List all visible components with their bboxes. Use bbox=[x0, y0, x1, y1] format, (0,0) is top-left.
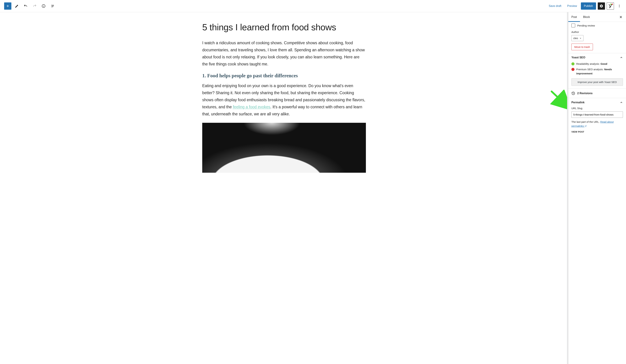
external-link-icon bbox=[585, 125, 587, 127]
svg-point-8 bbox=[619, 7, 620, 7]
frown-icon bbox=[571, 68, 575, 71]
feeling-link[interactable]: feeling a food evokes bbox=[233, 105, 270, 109]
intro-paragraph[interactable]: I watch a ridiculous amount of cooking s… bbox=[202, 39, 366, 68]
undo-icon bbox=[24, 4, 28, 8]
tab-block[interactable]: Block bbox=[580, 12, 593, 22]
svg-point-7 bbox=[619, 6, 620, 6]
history-icon bbox=[571, 91, 575, 95]
smile-icon bbox=[571, 62, 575, 66]
more-options-button[interactable] bbox=[616, 2, 623, 10]
readability-row: Readability analysis: Good bbox=[576, 62, 607, 66]
permalink-panel-toggle[interactable]: Permalink bbox=[571, 101, 623, 104]
post-title[interactable]: 5 things I learned from food shows bbox=[202, 22, 366, 33]
revisions-label: 2 Revisions bbox=[577, 92, 592, 95]
author-label: Author bbox=[571, 31, 623, 34]
editor-scrollbar[interactable] bbox=[567, 12, 568, 364]
chevron-down-icon bbox=[580, 37, 582, 39]
pending-review-checkbox[interactable] bbox=[571, 24, 575, 27]
outline-list-button[interactable] bbox=[49, 2, 56, 10]
kebab-icon bbox=[618, 4, 621, 8]
tab-post[interactable]: Post bbox=[568, 12, 580, 22]
redo-button[interactable] bbox=[31, 2, 38, 10]
improve-post-button[interactable]: Improve your post with Yoast SEO bbox=[571, 78, 623, 86]
undo-button[interactable] bbox=[22, 2, 29, 10]
plus-icon bbox=[6, 4, 10, 8]
featured-image[interactable] bbox=[202, 123, 366, 173]
svg-point-2 bbox=[43, 5, 44, 5]
permalink-title: Permalink bbox=[571, 101, 585, 104]
preview-button[interactable]: Preview bbox=[565, 3, 579, 9]
save-draft-button[interactable]: Save draft bbox=[547, 3, 563, 9]
redo-icon bbox=[33, 4, 37, 8]
close-sidebar-button[interactable] bbox=[617, 14, 624, 21]
info-button[interactable] bbox=[40, 2, 47, 10]
list-outline-icon bbox=[50, 4, 55, 8]
yoast-panel-toggle[interactable]: Yoast SEO bbox=[571, 56, 623, 59]
settings-sidebar: Post Block Pending review Author cleo Mo… bbox=[568, 12, 626, 364]
publish-button[interactable]: Publish bbox=[581, 2, 596, 10]
author-select[interactable]: cleo bbox=[571, 35, 584, 41]
chevron-up-icon bbox=[620, 56, 623, 59]
yoast-panel-title: Yoast SEO bbox=[571, 56, 585, 59]
chevron-up-icon bbox=[620, 101, 623, 104]
svg-point-6 bbox=[619, 5, 620, 5]
heading-1[interactable]: 1. Food helps people go past their diffe… bbox=[202, 73, 366, 78]
gear-icon bbox=[599, 4, 603, 8]
edit-mode-button[interactable] bbox=[13, 2, 20, 10]
pencil-icon bbox=[15, 4, 19, 8]
move-to-trash-button[interactable]: Move to trash bbox=[571, 43, 593, 50]
close-icon bbox=[619, 15, 622, 19]
editor-canvas[interactable]: 5 things I learned from food shows I wat… bbox=[0, 12, 568, 364]
info-icon bbox=[41, 4, 46, 8]
yoast-plugin-button[interactable] bbox=[607, 2, 614, 10]
premium-seo-row: Premium SEO analysis: Needs improvement bbox=[576, 67, 623, 75]
url-slug-label: URL Slug bbox=[571, 107, 623, 110]
author-value: cleo bbox=[573, 37, 578, 39]
add-block-button[interactable] bbox=[4, 2, 11, 10]
revisions-button[interactable]: 2 Revisions bbox=[571, 91, 623, 95]
url-slug-input[interactable] bbox=[571, 111, 623, 118]
permalink-description: The last part of the URL. Read about per… bbox=[571, 120, 623, 128]
view-post-link[interactable]: VIEW POST bbox=[571, 131, 623, 133]
settings-toggle-button[interactable] bbox=[598, 2, 605, 10]
pending-review-label: Pending review bbox=[577, 24, 595, 27]
paragraph-2[interactable]: Eating and enjoying food on your own is … bbox=[202, 82, 366, 118]
